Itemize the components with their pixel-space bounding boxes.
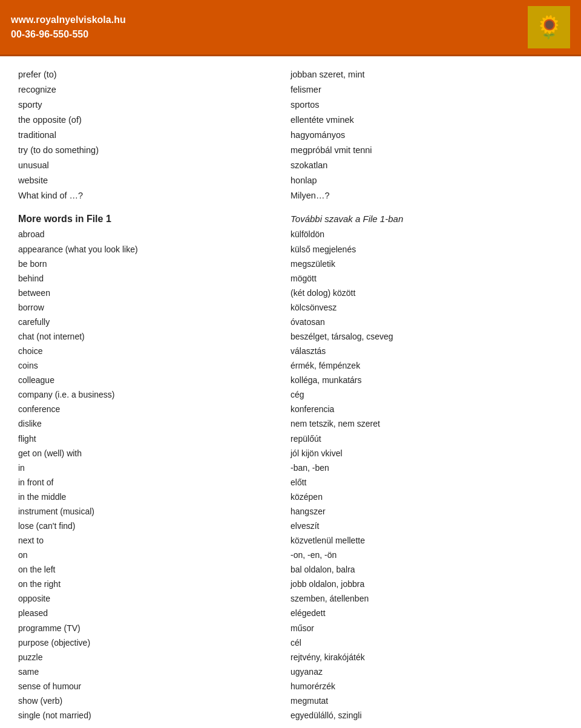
more-word-row: chat (not internet) — [18, 329, 290, 344]
more-word-hungarian: megmutat — [290, 694, 328, 708]
more-word-row: be born — [18, 257, 290, 271]
section-title-left: More words in File 1 — [18, 214, 290, 225]
sunflower-icon: 🌻 — [536, 15, 563, 40]
top-word-row: the opposite (of) — [18, 113, 290, 128]
more-word-row: rejtvény, kirakójáték — [290, 650, 563, 664]
top-word-row: megpróbál vmit tenni — [290, 143, 563, 158]
section-title-right: További szavak a File 1-ban — [290, 214, 563, 225]
more-word-row: show (verb) — [18, 694, 290, 708]
word-english: try (to do something) — [18, 143, 212, 158]
more-word-english: puzzle — [18, 650, 212, 664]
more-word-row: középen — [290, 490, 563, 504]
more-word-english: programme (TV) — [18, 621, 212, 635]
more-word-hungarian: -ban, -ben — [290, 461, 329, 475]
header-logo: 🌻 — [528, 6, 570, 48]
more-word-english: same — [18, 664, 212, 679]
top-word-list: prefer (to)recognizesportythe opposite (… — [18, 67, 563, 203]
more-word-row: (két dolog) között — [290, 286, 563, 300]
more-word-english: pleased — [18, 606, 212, 620]
more-word-row: dislike — [18, 416, 290, 431]
more-word-hungarian: bal oldalon, balra — [290, 562, 355, 577]
top-word-row: sportos — [290, 97, 563, 113]
more-word-row: repülőút — [290, 431, 563, 446]
word-hungarian: honlap — [290, 173, 317, 188]
more-word-row: in — [18, 461, 290, 475]
more-word-row: -on, -en, -ön — [290, 548, 563, 562]
more-word-row: coins — [18, 358, 290, 373]
more-word-row: bal oldalon, balra — [290, 562, 563, 577]
more-word-english: be born — [18, 257, 212, 271]
more-word-row: megmutat — [290, 694, 563, 708]
more-word-row: choice — [18, 344, 290, 358]
more-word-english: colleague — [18, 373, 212, 387]
more-word-row: conference — [18, 402, 290, 416]
more-word-english: next to — [18, 533, 212, 548]
top-word-row: szokatlan — [290, 158, 563, 173]
more-word-row: előtt — [290, 475, 563, 490]
more-word-row: instrument (musical) — [18, 504, 290, 519]
header-phone: 00-36-96-550-550 — [11, 27, 126, 42]
top-word-row: ellentéte vminek — [290, 113, 563, 128]
word-hungarian: jobban szeret, mint — [290, 67, 365, 82]
header-url: www.royalnyelviskola.hu — [11, 13, 126, 27]
more-word-english: abroad — [18, 227, 212, 241]
more-word-english: in front of — [18, 475, 212, 490]
more-word-row: puzzle — [18, 650, 290, 664]
top-word-row: hagyományos — [290, 128, 563, 143]
more-word-english: chat (not internet) — [18, 329, 212, 344]
top-word-row: What kind of …? — [18, 188, 290, 203]
more-word-row: óvatosan — [290, 315, 563, 329]
more-word-row: cél — [290, 635, 563, 650]
more-word-row: mögött — [290, 271, 563, 286]
more-word-row: külső megjelenés — [290, 242, 563, 257]
more-word-row: szemben, átellenben — [290, 591, 563, 606]
more-word-row: programme (TV) — [18, 621, 290, 635]
word-hungarian: hagyományos — [290, 128, 345, 143]
more-word-row: next to — [18, 533, 290, 548]
more-word-row: borrow — [18, 300, 290, 315]
top-word-row: honlap — [290, 173, 563, 188]
more-word-english: coins — [18, 358, 212, 373]
header-text: www.royalnyelviskola.hu 00-36-96-550-550 — [11, 13, 126, 42]
word-english: website — [18, 173, 212, 188]
more-word-row: -ban, -ben — [290, 461, 563, 475]
more-word-row: on the right — [18, 577, 290, 591]
more-word-row: érmék, fémpénzek — [290, 358, 563, 373]
more-word-english: carefully — [18, 315, 212, 329]
more-word-english: get on (well) with — [18, 446, 212, 461]
more-word-english: in the middle — [18, 490, 212, 504]
more-word-english: sense of humour — [18, 679, 212, 694]
more-word-english: behind — [18, 271, 212, 286]
word-hungarian: megpróbál vmit tenni — [290, 143, 372, 158]
more-word-row: carefully — [18, 315, 290, 329]
more-word-english: purpose (objective) — [18, 635, 212, 650]
top-word-row: sporty — [18, 97, 290, 113]
more-word-hungarian: cég — [290, 387, 304, 402]
more-word-english: on the left — [18, 562, 212, 577]
more-word-hungarian: beszélget, társalog, cseveg — [290, 329, 393, 344]
more-word-english: on the right — [18, 577, 212, 591]
more-word-hungarian: közvetlenül mellette — [290, 533, 365, 548]
more-word-row: konferencia — [290, 402, 563, 416]
top-word-col-left: prefer (to)recognizesportythe opposite (… — [18, 67, 290, 203]
more-word-english: flight — [18, 431, 212, 446]
more-word-english: in — [18, 461, 212, 475]
more-word-english: on — [18, 548, 212, 562]
more-word-row: jól kijön vkivel — [290, 446, 563, 461]
section-header-row: More words in File 1 További szavak a Fi… — [18, 214, 563, 225]
top-word-row: website — [18, 173, 290, 188]
more-word-hungarian: jól kijön vkivel — [290, 446, 343, 461]
more-word-row: külföldön — [290, 227, 563, 241]
more-word-hungarian: cél — [290, 635, 301, 650]
more-word-english: show (verb) — [18, 694, 212, 708]
more-word-hungarian: konferencia — [290, 402, 334, 416]
more-word-hungarian: megszületik — [290, 257, 335, 271]
word-hungarian: szokatlan — [290, 158, 327, 173]
more-word-row: elégedett — [290, 606, 563, 620]
more-word-hungarian: humorérzék — [290, 679, 335, 694]
more-word-hungarian: elveszít — [290, 519, 319, 533]
top-word-row: felismer — [290, 82, 563, 97]
more-word-english: appearance (what you look like) — [18, 242, 212, 257]
more-word-hungarian: nem tetszik, nem szeret — [290, 416, 380, 431]
word-english: the opposite (of) — [18, 113, 212, 128]
